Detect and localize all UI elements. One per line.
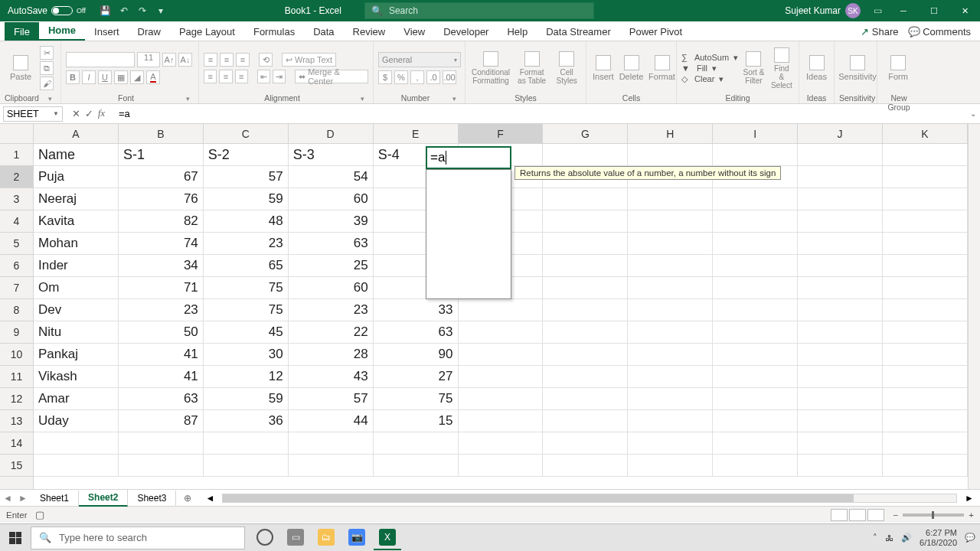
- cell-B7[interactable]: 71: [119, 277, 204, 299]
- cell-K9[interactable]: [883, 321, 968, 344]
- cell-J7[interactable]: [798, 277, 883, 299]
- notifications-icon[interactable]: 💬: [965, 533, 975, 543]
- cell-J1[interactable]: [798, 144, 883, 166]
- cell-A7[interactable]: Om: [34, 277, 119, 299]
- format-cells-button[interactable]: Format: [648, 54, 677, 83]
- autosave-switch-icon[interactable]: [51, 6, 73, 15]
- sheet-tab-1[interactable]: Sheet1: [31, 491, 79, 506]
- comments-button[interactable]: Comments: [908, 26, 971, 37]
- tab-power-pivot[interactable]: Power Pivot: [620, 22, 691, 41]
- cell-A14[interactable]: [34, 432, 119, 455]
- cell-A9[interactable]: Nitu: [34, 321, 119, 344]
- cell-F9[interactable]: [459, 321, 544, 344]
- bold-icon[interactable]: B: [66, 70, 80, 84]
- clear-button[interactable]: ◇ Clear ▾: [681, 74, 738, 84]
- task-taskview[interactable]: ▭: [282, 526, 309, 550]
- form-button[interactable]: Form: [882, 54, 914, 83]
- cell-F14[interactable]: [459, 432, 544, 455]
- zoom-in-icon[interactable]: +: [969, 510, 974, 520]
- border-icon[interactable]: ▦: [114, 70, 128, 84]
- sheet-nav[interactable]: ◄►: [0, 493, 31, 504]
- cell-C13[interactable]: 36: [204, 410, 289, 432]
- cell-G6[interactable]: [543, 255, 628, 277]
- cell-K15[interactable]: [883, 455, 968, 477]
- cell-F8[interactable]: [459, 299, 544, 321]
- tab-data[interactable]: Data: [304, 22, 343, 41]
- row-header-6[interactable]: 6: [0, 255, 33, 277]
- cell-A1[interactable]: Name: [34, 144, 119, 166]
- cell-B8[interactable]: 23: [119, 299, 204, 321]
- cell-J13[interactable]: [798, 410, 883, 432]
- sheet-tab-2[interactable]: Sheet2: [79, 490, 128, 507]
- font-dialog-icon[interactable]: ▾: [186, 95, 194, 103]
- cell-C6[interactable]: 65: [204, 255, 289, 277]
- col-header-C[interactable]: C: [204, 124, 289, 144]
- cell-F12[interactable]: [459, 388, 544, 410]
- col-header-H[interactable]: H: [628, 124, 713, 144]
- cell-K5[interactable]: [883, 233, 968, 255]
- row-header-8[interactable]: 8: [0, 299, 33, 321]
- cell-B6[interactable]: 34: [119, 255, 204, 277]
- cell-A8[interactable]: Dev: [34, 299, 119, 321]
- cell-C3[interactable]: 59: [204, 188, 289, 210]
- comma-icon[interactable]: ,: [410, 70, 424, 84]
- cell-J9[interactable]: [798, 321, 883, 344]
- cell-H7[interactable]: [628, 277, 713, 299]
- system-tray[interactable]: ˄ 🖧 🔊 6:27 PM6/18/2020 💬: [868, 528, 980, 546]
- col-header-F[interactable]: F: [459, 124, 544, 144]
- cell-C7[interactable]: 75: [204, 277, 289, 299]
- dec-decimal-icon[interactable]: .00: [443, 70, 456, 84]
- cell-G11[interactable]: [543, 366, 628, 388]
- share-button[interactable]: Share: [861, 26, 898, 37]
- cell-I11[interactable]: [713, 366, 798, 388]
- col-header-K[interactable]: K: [883, 124, 968, 144]
- number-format-select[interactable]: General▾: [378, 52, 461, 67]
- row-header-14[interactable]: 14: [0, 432, 33, 455]
- start-button[interactable]: [0, 524, 31, 552]
- redo-icon[interactable]: ↷: [136, 5, 149, 17]
- cell-B13[interactable]: 87: [119, 410, 204, 432]
- align-left-icon[interactable]: ≡: [204, 70, 217, 83]
- tab-review[interactable]: Review: [344, 22, 395, 41]
- tray-sound-icon[interactable]: 🔊: [901, 533, 912, 543]
- cell-J4[interactable]: [798, 210, 883, 233]
- cell-I1[interactable]: [713, 144, 798, 166]
- tab-home[interactable]: Home: [39, 21, 85, 41]
- cell-K4[interactable]: [883, 210, 968, 233]
- merge-center-button[interactable]: ⬌Merge & Center: [295, 70, 368, 83]
- row-header-9[interactable]: 9: [0, 321, 33, 344]
- align-middle-icon[interactable]: ≡: [220, 53, 234, 67]
- cell-G7[interactable]: [543, 277, 628, 299]
- format-painter-icon[interactable]: 🖌: [40, 77, 54, 90]
- undo-icon[interactable]: ↶: [118, 5, 130, 17]
- cell-E11[interactable]: 27: [374, 366, 459, 388]
- view-break-icon[interactable]: [867, 509, 884, 521]
- cell-K11[interactable]: [883, 366, 968, 388]
- minimize-button[interactable]: ─: [888, 0, 919, 21]
- cell-D1[interactable]: S-3: [289, 144, 374, 166]
- search-box[interactable]: 🔍 Search: [364, 2, 594, 19]
- underline-icon[interactable]: U: [98, 70, 112, 84]
- cell-H5[interactable]: [628, 233, 713, 255]
- cell-D4[interactable]: 39: [289, 210, 374, 233]
- sheet-tab-3[interactable]: Sheet3: [128, 491, 176, 506]
- align-bottom-icon[interactable]: ≡: [236, 53, 250, 67]
- cell-C4[interactable]: 48: [204, 210, 289, 233]
- task-explorer[interactable]: 🗂: [312, 526, 340, 550]
- view-page-icon[interactable]: [849, 509, 866, 521]
- shrink-font-icon[interactable]: A↓: [178, 53, 192, 67]
- row-header-3[interactable]: 3: [0, 188, 33, 210]
- percent-icon[interactable]: %: [394, 70, 408, 84]
- user-account[interactable]: Sujeet Kumar SK: [779, 3, 867, 18]
- task-cortana[interactable]: [251, 526, 279, 550]
- chevron-down-icon[interactable]: ▼: [53, 110, 59, 117]
- tray-chevron-icon[interactable]: ˄: [873, 533, 877, 543]
- align-right-icon[interactable]: ≡: [235, 70, 248, 83]
- row-header-1[interactable]: 1: [0, 144, 33, 166]
- row-header-4[interactable]: 4: [0, 210, 33, 233]
- autosave-toggle[interactable]: AutoSave Off: [0, 5, 93, 16]
- add-sheet-button[interactable]: ⊕: [176, 493, 199, 504]
- cell-B5[interactable]: 74: [119, 233, 204, 255]
- row-header-7[interactable]: 7: [0, 277, 33, 299]
- cell-K10[interactable]: [883, 344, 968, 366]
